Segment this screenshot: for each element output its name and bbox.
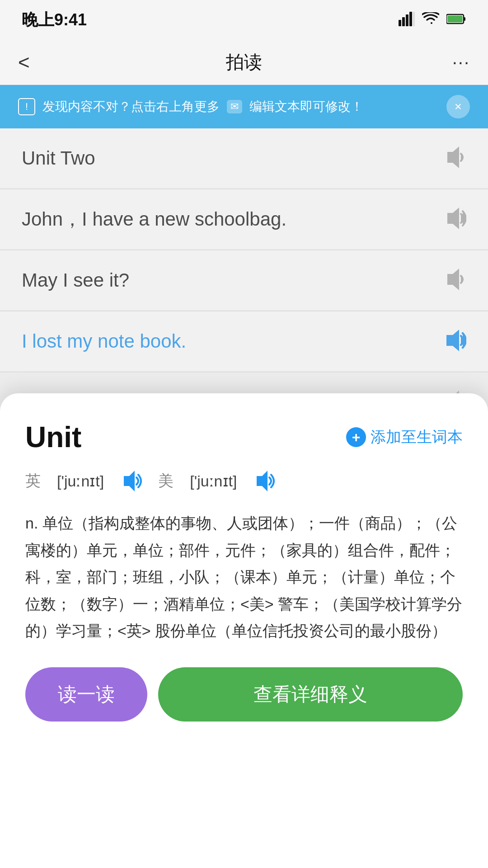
dict-header: Unit + 添加至生词本 <box>25 420 463 454</box>
svg-rect-0 <box>399 20 401 26</box>
add-plus-icon: + <box>346 427 366 447</box>
american-label: 美 <box>158 471 174 491</box>
status-time: 晚上9:41 <box>22 9 87 31</box>
dictionary-panel: Unit + 添加至生词本 英 ['juːnɪt] 美 ['juːnɪt] n.… <box>0 393 488 868</box>
battery-icon <box>446 14 466 26</box>
signal-icon <box>399 12 415 28</box>
status-icons <box>399 12 466 28</box>
svg-rect-4 <box>413 12 415 26</box>
sound-button-active[interactable] <box>443 329 466 354</box>
sentence-row: Unit Two <box>0 128 488 189</box>
sound-button[interactable] <box>443 146 466 171</box>
svg-marker-14 <box>257 471 267 491</box>
page-title: 拍读 <box>226 50 262 75</box>
wifi-icon <box>422 12 439 28</box>
banner-text1: 发现内容不对？点击右上角更多 <box>42 98 220 115</box>
british-label: 英 <box>25 471 41 491</box>
british-sound-button[interactable] <box>120 470 142 492</box>
sentence-row: May I see it? <box>0 250 488 311</box>
sentence-text: John，I have a new schoolbag. <box>22 207 286 232</box>
american-sound-button[interactable] <box>253 470 275 492</box>
sentence-row-active: I lost my note book. <box>0 311 488 372</box>
banner-text2: 编辑文本即可修改！ <box>249 98 363 115</box>
sentence-row: John，I have a new schoolbag. <box>0 189 488 250</box>
dict-actions: 读一读 查看详细释义 <box>25 667 463 749</box>
back-button[interactable]: < <box>18 51 30 74</box>
add-to-wordbook-button[interactable]: + 添加至生词本 <box>346 427 463 448</box>
british-phonetic: ['juːnɪt] <box>57 472 104 490</box>
sound-button[interactable] <box>443 268 466 293</box>
view-detail-button[interactable]: 查看详细释义 <box>158 667 463 722</box>
svg-rect-3 <box>409 12 412 26</box>
read-aloud-button[interactable]: 读一读 <box>25 667 147 722</box>
alert-icon: ! <box>18 98 35 115</box>
dict-definition: n. 单位（指构成整体的事物、人或团体）；一件（商品）；（公寓楼的）单元，单位；… <box>25 510 463 645</box>
sound-button[interactable] <box>443 207 466 232</box>
svg-marker-13 <box>124 471 135 491</box>
svg-rect-1 <box>402 17 405 26</box>
svg-marker-10 <box>447 269 459 290</box>
sentence-text-active: I lost my note book. <box>22 330 186 352</box>
edit-icon: ✉ <box>227 100 242 113</box>
svg-marker-11 <box>446 330 459 351</box>
add-label: 添加至生词本 <box>371 427 463 448</box>
content-area: Unit Two John，I have a new schoolbag. Ma… <box>0 128 488 436</box>
american-phonetic: ['juːnɪt] <box>190 472 237 490</box>
sentence-text: Unit Two <box>22 147 95 169</box>
dict-phonetics: 英 ['juːnɪt] 美 ['juːnɪt] <box>25 470 463 492</box>
more-button[interactable]: ··· <box>452 52 470 72</box>
dict-word: Unit <box>25 420 81 454</box>
svg-rect-6 <box>464 17 465 21</box>
notification-banner: ! 发现内容不对？点击右上角更多 ✉ 编辑文本即可修改！ × <box>0 85 488 128</box>
status-bar: 晚上9:41 <box>0 0 488 40</box>
svg-rect-7 <box>448 16 463 23</box>
app-header: < 拍读 ··· <box>0 40 488 85</box>
sentence-text: May I see it? <box>22 269 129 291</box>
svg-marker-8 <box>447 146 459 168</box>
svg-rect-2 <box>406 14 408 26</box>
svg-marker-9 <box>447 208 459 229</box>
banner-close-button[interactable]: × <box>446 95 470 118</box>
